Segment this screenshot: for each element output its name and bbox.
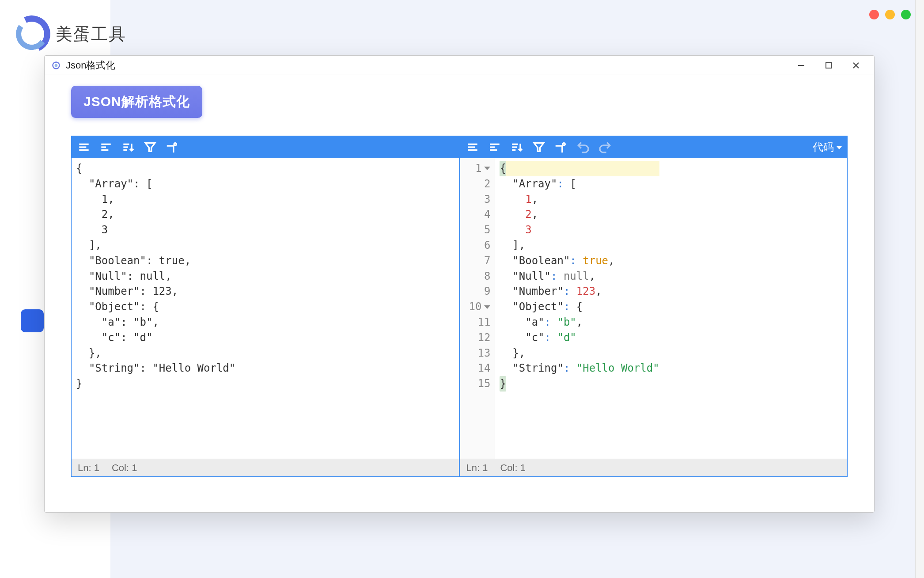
gutter-line: 1	[469, 161, 491, 176]
window-controls	[788, 56, 870, 75]
collapse-icon[interactable]	[99, 140, 113, 154]
sort-icon[interactable]	[121, 140, 135, 154]
filter-icon[interactable]	[532, 140, 546, 154]
code-line[interactable]: "c": "d"	[500, 330, 659, 346]
settings-icon[interactable]	[165, 140, 179, 154]
gutter-line: 6	[469, 238, 491, 253]
input-col: Col: 1	[112, 462, 137, 474]
page-scrollbar[interactable]	[915, 0, 924, 578]
output-toolbar: 代码	[460, 136, 848, 158]
gutter-line: 4	[469, 207, 491, 222]
window-close-button[interactable]	[842, 56, 870, 75]
svg-point-15	[174, 143, 176, 145]
format-json-button[interactable]: JSON解析格式化	[71, 86, 202, 118]
mac-close-icon[interactable]	[869, 10, 879, 19]
window-titlebar[interactable]: Json格式化	[45, 56, 874, 75]
output-col: Col: 1	[500, 462, 526, 474]
app-name: 美蛋工具	[56, 23, 126, 46]
sort-icon[interactable]	[510, 140, 524, 154]
mac-window-controls	[869, 10, 911, 19]
app-logo-icon	[13, 15, 50, 53]
app-header: 美蛋工具	[13, 15, 126, 53]
code-line[interactable]: "a": "b",	[500, 315, 659, 330]
mac-minimize-icon[interactable]	[885, 10, 895, 19]
mac-zoom-icon[interactable]	[901, 10, 911, 19]
gutter-line: 12	[469, 330, 491, 346]
gutter-line: 2	[469, 176, 491, 192]
output-code-text[interactable]: { "Array": [ 1, 2, 3 ], "Boolean": true,…	[495, 158, 663, 459]
fold-caret-icon[interactable]	[484, 167, 490, 170]
settings-icon[interactable]	[554, 140, 568, 154]
window-maximize-button[interactable]	[815, 56, 842, 75]
code-line[interactable]: "Boolean": true,	[500, 253, 659, 269]
gutter-line: 3	[469, 192, 491, 207]
json-formatter-window: Json格式化 JSON解析格式化 { "Array": [ 1, 2, 3 ]…	[44, 55, 875, 513]
input-ln: Ln: 1	[78, 462, 99, 474]
undo-icon[interactable]	[576, 140, 590, 154]
gutter-line: 10	[469, 299, 491, 315]
code-line[interactable]: "Object": {	[500, 299, 659, 315]
code-line[interactable]: ],	[500, 238, 659, 253]
svg-rect-3	[826, 63, 831, 68]
code-line[interactable]: "Number": 123,	[500, 284, 659, 299]
code-line[interactable]: {	[500, 161, 659, 176]
view-mode-label: 代码	[813, 140, 834, 154]
sidebar-active-indicator	[21, 309, 44, 332]
output-code-area[interactable]: 123456789101112131415 { "Array": [ 1, 2,…	[460, 158, 848, 459]
gutter-line: 9	[469, 284, 491, 299]
gutter-line: 7	[469, 253, 491, 269]
code-line[interactable]: }	[500, 376, 659, 392]
input-toolbar	[72, 136, 459, 158]
expand-icon[interactable]	[466, 140, 480, 154]
gutter-line: 13	[469, 346, 491, 361]
gutter-line: 8	[469, 269, 491, 284]
input-code-area[interactable]: { "Array": [ 1, 2, 3 ], "Boolean": true,…	[72, 158, 459, 459]
view-mode-dropdown[interactable]: 代码	[813, 140, 842, 154]
output-statusbar: Ln: 1 Col: 1	[460, 459, 848, 476]
input-code-text[interactable]: { "Array": [ 1, 2, 3 ], "Boolean": true,…	[72, 158, 240, 459]
input-pane: { "Array": [ 1, 2, 3 ], "Boolean": true,…	[72, 136, 459, 476]
svg-point-1	[55, 64, 58, 67]
gutter-line: 11	[469, 315, 491, 330]
code-line[interactable]: 1,	[500, 192, 659, 207]
output-pane: 代码 123456789101112131415 { "Array": [ 1,…	[459, 136, 848, 476]
output-gutter: 123456789101112131415	[460, 158, 496, 459]
code-line[interactable]: "Null": null,	[500, 269, 659, 284]
redo-icon[interactable]	[598, 140, 612, 154]
gutter-line: 5	[469, 222, 491, 238]
svg-point-25	[563, 143, 565, 145]
input-statusbar: Ln: 1 Col: 1	[72, 459, 459, 476]
window-title: Json格式化	[66, 59, 115, 72]
window-minimize-button[interactable]	[788, 56, 815, 75]
window-body: JSON解析格式化 { "Array": [ 1, 2, 3 ], "Boole…	[45, 75, 874, 512]
gutter-line: 14	[469, 361, 491, 376]
expand-icon[interactable]	[77, 140, 91, 154]
filter-icon[interactable]	[143, 140, 157, 154]
chevron-down-icon	[837, 146, 842, 149]
code-line[interactable]: 3	[500, 222, 659, 238]
output-ln: Ln: 1	[466, 462, 488, 474]
code-line[interactable]: "String": "Hello World"	[500, 361, 659, 376]
code-line[interactable]: },	[500, 346, 659, 361]
editor-pair: { "Array": [ 1, 2, 3 ], "Boolean": true,…	[71, 136, 848, 477]
collapse-icon[interactable]	[488, 140, 502, 154]
gutter-line: 15	[469, 376, 491, 392]
code-line[interactable]: 2,	[500, 207, 659, 222]
fold-caret-icon[interactable]	[484, 305, 490, 309]
window-app-icon	[51, 60, 61, 71]
code-line[interactable]: "Array": [	[500, 176, 659, 192]
